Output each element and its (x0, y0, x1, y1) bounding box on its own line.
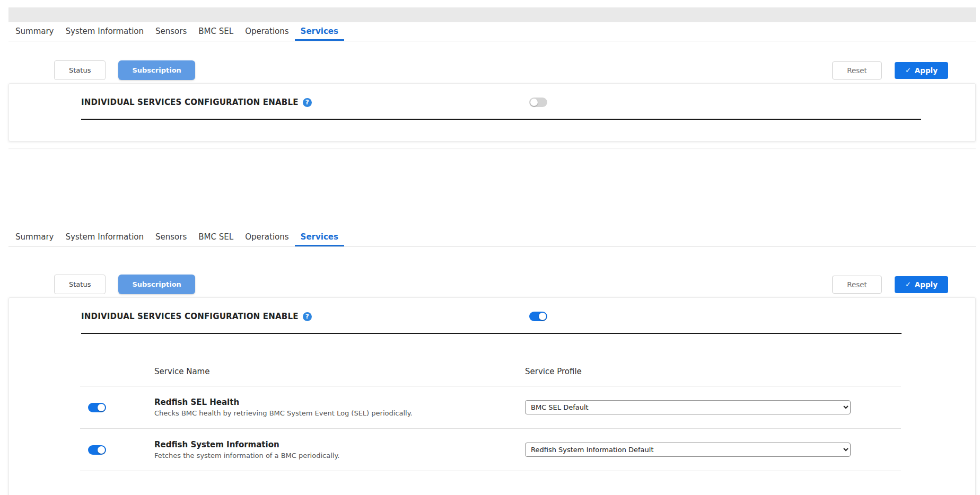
tab-operations[interactable]: Operations (239, 228, 294, 246)
help-icon[interactable]: ? (303, 98, 312, 107)
cell-service-name: Redfish System Information Fetches the s… (154, 440, 525, 459)
tab-bmc-sel[interactable]: BMC SEL (192, 228, 239, 246)
tab-operations[interactable]: Operations (239, 22, 294, 41)
tab-sensors[interactable]: Sensors (150, 228, 192, 246)
apply-label: Apply (915, 280, 938, 289)
subscription-subtab[interactable]: Subscription (118, 60, 195, 80)
service-name: Redfish SEL Health (154, 397, 525, 407)
service-profile-select[interactable]: Redfish System Information Default (525, 443, 851, 457)
tab-services[interactable]: Services (295, 22, 344, 41)
redfish-system-information-toggle[interactable] (88, 445, 106, 455)
config-label-wrap: INDIVIDUAL SERVICES CONFIGURATION ENABLE… (81, 312, 529, 321)
help-icon[interactable]: ? (303, 312, 312, 321)
subscription-card: INDIVIDUAL SERVICES CONFIGURATION ENABLE… (8, 297, 976, 495)
cell-service-profile: BMC SEL Default (525, 400, 901, 414)
table-row-redfish-sel-health: Redfish SEL Health Checks BMC health by … (80, 386, 901, 429)
tab-summary[interactable]: Summary (10, 228, 60, 246)
status-subtab[interactable]: Status (54, 60, 106, 80)
panel-bottom-edge (8, 148, 976, 148)
apply-button[interactable]: ✓ Apply (895, 276, 948, 293)
services-table-header: Service Name Service Profile (80, 367, 901, 386)
toggle-knob (98, 446, 105, 454)
main-tabbar: Summary System Information Sensors BMC S… (8, 22, 976, 41)
cell-service-name: Redfish SEL Health Checks BMC health by … (154, 397, 525, 417)
main-tabbar: Summary System Information Sensors BMC S… (8, 228, 976, 247)
cell-toggle (80, 403, 154, 412)
subscription-subtab[interactable]: Subscription (118, 275, 195, 294)
service-name: Redfish System Information (154, 440, 525, 449)
individual-services-config-label: INDIVIDUAL SERVICES CONFIGURATION ENABLE (81, 98, 299, 107)
config-row: INDIVIDUAL SERVICES CONFIGURATION ENABLE… (9, 84, 975, 107)
toggle-knob (539, 313, 546, 320)
subscription-card: INDIVIDUAL SERVICES CONFIGURATION ENABLE… (8, 83, 976, 142)
divider (81, 333, 902, 334)
tab-system-information[interactable]: System Information (60, 228, 150, 246)
service-description: Fetches the system information of a BMC … (154, 452, 525, 459)
header-toggle-column (80, 367, 154, 376)
check-icon: ✓ (905, 280, 911, 288)
individual-services-config-toggle[interactable] (529, 312, 547, 321)
config-label-wrap: INDIVIDUAL SERVICES CONFIGURATION ENABLE… (81, 98, 529, 107)
table-row-redfish-system-information: Redfish System Information Fetches the s… (80, 429, 901, 471)
header-service-profile: Service Profile (525, 367, 901, 376)
reset-button[interactable]: Reset (832, 276, 882, 294)
page: Summary System Information Sensors BMC S… (0, 7, 980, 495)
header-service-name: Service Name (154, 367, 525, 376)
individual-services-config-label: INDIVIDUAL SERVICES CONFIGURATION ENABLE (81, 312, 299, 321)
services-panel-enabled: Summary System Information Sensors BMC S… (8, 228, 976, 495)
services-panel-disabled: Summary System Information Sensors BMC S… (8, 7, 976, 148)
apply-label: Apply (915, 66, 938, 75)
config-row: INDIVIDUAL SERVICES CONFIGURATION ENABLE… (9, 298, 975, 321)
apply-button[interactable]: ✓ Apply (895, 62, 948, 79)
reset-button[interactable]: Reset (832, 61, 882, 79)
tab-sensors[interactable]: Sensors (150, 22, 192, 41)
individual-services-config-toggle[interactable] (529, 98, 547, 107)
toggle-knob (98, 404, 105, 411)
tab-bmc-sel[interactable]: BMC SEL (192, 22, 239, 41)
cell-service-profile: Redfish System Information Default (525, 443, 901, 457)
subtab-action-row: Status Subscription Reset ✓ Apply (8, 41, 976, 80)
tab-services[interactable]: Services (295, 228, 344, 246)
tab-system-information[interactable]: System Information (60, 22, 150, 41)
check-icon: ✓ (905, 66, 911, 74)
divider (81, 119, 921, 120)
subtab-action-row: Status Subscription Reset ✓ Apply (8, 247, 976, 294)
top-band (8, 7, 976, 22)
status-subtab[interactable]: Status (54, 275, 106, 294)
service-description: Checks BMC health by retrieving BMC Syst… (154, 409, 525, 417)
toggle-knob (530, 99, 538, 106)
service-profile-select[interactable]: BMC SEL Default (525, 400, 851, 414)
tab-summary[interactable]: Summary (10, 22, 60, 41)
redfish-sel-health-toggle[interactable] (88, 403, 106, 412)
cell-toggle (80, 445, 154, 455)
